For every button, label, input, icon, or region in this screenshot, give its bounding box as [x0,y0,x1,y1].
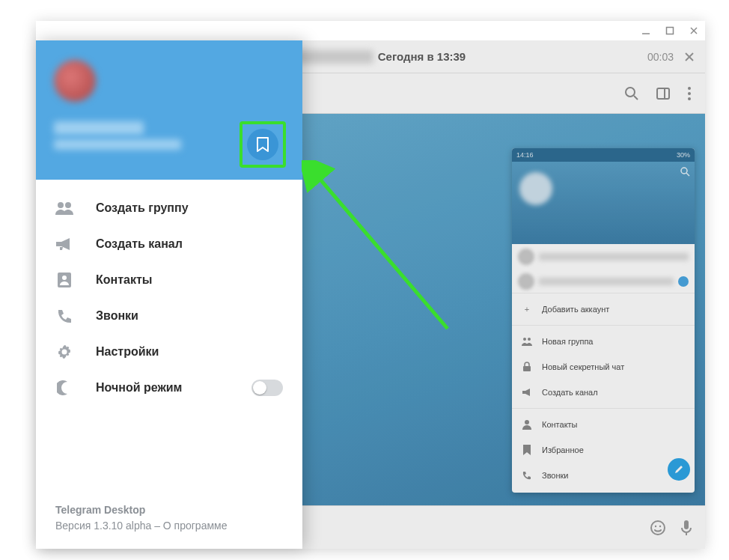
media-close-icon[interactable] [684,52,695,62]
phone-icon [55,308,73,323]
svg-point-20 [655,525,656,526]
menu-item-label: Настройки [96,345,159,359]
phone-menu-saved: Избранное [512,437,695,463]
minimize-button[interactable] [639,24,653,37]
svg-point-21 [659,525,661,526]
menu-create-group[interactable]: Создать группу [36,190,302,226]
menu-item-label: Контакты [96,273,152,287]
phone-menu-new-group: Новая группа [512,329,695,354]
more-icon[interactable] [687,86,692,101]
phone-menu-contacts: Контакты [512,412,695,437]
svg-rect-22 [684,520,689,529]
menu-settings[interactable]: Настройки [36,334,302,370]
menu-item-label: Ночной режим [96,381,182,395]
window-titlebar [36,21,705,40]
svg-point-15 [523,338,526,341]
menu-item-label: Создать канал [96,237,183,251]
embedded-phone-screenshot: 14:16 30% + Добавить аккаунт [512,148,695,493]
megaphone-icon [55,237,73,251]
svg-point-24 [65,202,71,208]
lock-icon [521,362,533,372]
svg-point-19 [651,521,665,535]
moon-icon [55,380,73,395]
menu-calls[interactable]: Звонки [36,298,302,334]
contact-icon [521,419,533,430]
svg-rect-17 [523,366,531,371]
mic-icon[interactable] [680,519,693,537]
svg-point-27 [62,350,67,355]
phone-menu: + Добавить аккаунт Новая группа Новый се… [512,293,695,491]
night-mode-toggle[interactable] [251,380,283,396]
side-menu: Создать группу Создать канал Контакты [36,40,302,549]
media-elapsed-time: 00:03 [647,51,674,63]
menu-item-label: Звонки [96,309,138,323]
svg-point-11 [688,92,691,95]
menu-item-label: Создать группу [96,201,189,215]
svg-rect-1 [667,28,674,34]
phone-menu-new-secret: Новый секретный чат [512,354,695,380]
menu-night-mode[interactable]: Ночной режим [36,370,302,406]
group-icon [55,201,73,215]
side-menu-header [36,40,302,180]
saved-messages-button[interactable] [247,129,278,160]
group-icon [521,337,533,346]
phone-status-bar: 14:16 30% [512,148,695,162]
media-track-date: Сегодня в 13:39 [378,50,466,63]
phone-menu-add-account: + Добавить аккаунт [512,296,695,322]
app-version-label[interactable]: Версия 1.3.10 alpha – О программе [55,518,283,534]
user-phone-blurred [54,139,181,150]
svg-line-7 [634,96,638,100]
app-name-label: Telegram Desktop [55,502,283,518]
gear-icon [55,344,73,360]
phone-menu-create-channel: Создать канал [512,380,695,405]
svg-point-16 [528,338,531,341]
search-icon[interactable] [624,86,639,101]
phone-compose-fab [668,458,690,481]
svg-point-26 [62,276,67,280]
svg-point-23 [58,202,64,208]
menu-create-channel[interactable]: Создать канал [36,226,302,262]
user-name-blurred [54,121,144,135]
maximize-button[interactable] [663,24,677,37]
phone-drawer-header [512,162,695,244]
phone-status-time: 14:16 [516,151,534,159]
phone-chat-preview [512,244,695,293]
media-track-title-blurred [291,50,373,64]
close-button[interactable] [687,24,701,37]
svg-line-14 [686,173,689,176]
menu-contacts[interactable]: Контакты [36,262,302,298]
svg-point-18 [525,420,529,424]
app-content: Сегодня в 13:39 00:03 Избранное [36,40,705,549]
svg-point-13 [681,168,687,174]
side-menu-footer: Telegram Desktop Версия 1.3.10 alpha – О… [36,493,302,549]
contact-icon [55,272,73,288]
megaphone-icon [521,388,533,397]
phone-icon [521,471,533,480]
phone-status-battery: 30% [677,151,690,159]
app-window: Сегодня в 13:39 00:03 Избранное [36,21,705,549]
svg-point-12 [688,97,691,100]
user-avatar[interactable] [54,60,96,102]
phone-search-icon [680,166,690,177]
svg-point-6 [626,88,635,97]
svg-rect-8 [657,88,669,99]
bookmark-icon [521,445,533,455]
svg-point-10 [688,87,691,90]
plus-icon: + [521,305,533,314]
phone-avatar [519,172,552,205]
side-menu-list: Создать группу Создать канал Контакты [36,180,302,493]
emoji-icon[interactable] [650,520,666,536]
side-panel-icon[interactable] [656,86,671,101]
